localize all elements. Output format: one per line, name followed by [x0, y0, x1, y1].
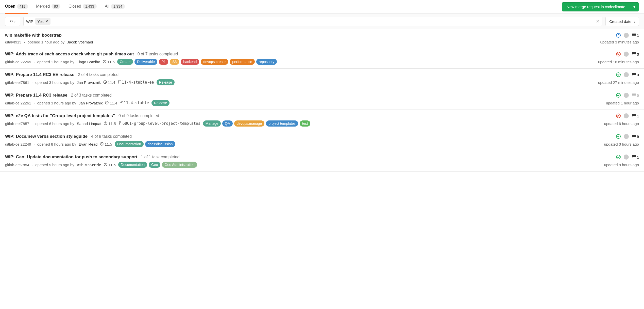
merge-request-meta-right: 3	[616, 72, 639, 77]
tab-all[interactable]: All1,934	[105, 0, 125, 14]
clear-filter-icon[interactable]: ✕	[596, 19, 600, 24]
pipeline-status-failed-icon[interactable]	[616, 114, 621, 118]
merge-request-ref[interactable]: gitlab-ee!7857	[5, 121, 29, 126]
assignee-avatar[interactable]	[624, 72, 629, 77]
updated-text: updated 27 minutes ago	[598, 80, 639, 85]
merge-request-ref[interactable]: gitlab-ce!22265	[5, 60, 31, 64]
pipeline-status-running-icon[interactable]	[616, 33, 621, 38]
label[interactable]: Create	[117, 59, 133, 65]
author-link[interactable]: Jacob Vosmaer	[67, 40, 93, 44]
comments-count[interactable]: 3	[632, 73, 639, 77]
label[interactable]: Deliverable	[134, 59, 157, 65]
pipeline-status-success-icon[interactable]	[616, 155, 621, 159]
label[interactable]: project templates	[266, 120, 298, 127]
opened-text: opened 3 hours ago by	[37, 101, 76, 105]
updated-text: updated 3 hours ago	[604, 142, 639, 146]
label[interactable]: QA	[222, 120, 232, 127]
sort-dropdown[interactable]: Created date	[605, 17, 639, 26]
comments-count[interactable]: 1	[632, 114, 639, 118]
merge-request-title[interactable]: WIP: Adds trace of each access check whe…	[5, 52, 134, 57]
author-link[interactable]: Ash McKenzie	[77, 163, 101, 167]
filter-token-chip[interactable]: Yes ✕	[35, 18, 50, 25]
merge-request-ref[interactable]: gitlab-ce!22261	[5, 101, 31, 105]
pipeline-status-success-icon[interactable]	[616, 93, 621, 98]
merge-request-title[interactable]: WIP: Prepare 11.4 RC3 release	[5, 93, 67, 98]
label[interactable]: devops:manage	[234, 120, 265, 127]
author-link[interactable]: Tiago Botelho	[77, 60, 100, 64]
merge-request-title[interactable]: WIP: Geo: Update documentation for push …	[5, 154, 137, 160]
label[interactable]: P1	[159, 59, 168, 65]
comment-icon	[632, 73, 636, 77]
assignee-avatar[interactable]	[624, 113, 629, 118]
branch-icon	[118, 121, 122, 126]
pipeline-status-success-icon[interactable]	[616, 134, 621, 139]
opened-text: opened 3 hours ago by	[35, 80, 74, 85]
milestone[interactable]: 11.4	[105, 101, 117, 105]
merge-request-meta-right: 1	[616, 113, 639, 118]
labels: Release	[151, 100, 170, 106]
label[interactable]: docs:discussion	[145, 141, 175, 147]
new-merge-request-button[interactable]: New merge request in codeclimate	[562, 3, 630, 11]
label[interactable]: S3	[170, 59, 179, 65]
author-link[interactable]: Sanad Liaquat	[77, 121, 101, 126]
comments-number: 3	[637, 73, 639, 77]
merge-request-ref[interactable]: gitlab-ce!22249	[5, 142, 31, 146]
merge-request-meta: gitlab-ce!22265·opened 1 hour ago byTiag…	[5, 59, 277, 65]
label[interactable]: Geo	[149, 162, 160, 168]
milestone[interactable]: 11.5	[100, 142, 112, 146]
remove-token-icon[interactable]: ✕	[45, 19, 48, 24]
assignee-avatar[interactable]	[624, 52, 629, 57]
merge-request-title[interactable]: WIP: e2e QA tests for "Group-level proje…	[5, 113, 115, 118]
tab-count: 1,934	[111, 4, 125, 9]
merge-request-title[interactable]: WIP: Prepare 11.4 RC3 EE release	[5, 72, 74, 77]
label[interactable]: Documentation	[118, 162, 147, 168]
comments-number: 1	[637, 114, 639, 118]
milestone[interactable]: 11.4	[103, 80, 115, 85]
label[interactable]: Manage	[203, 120, 221, 127]
target-branch[interactable]: 11-4-stable-ee	[118, 80, 154, 85]
merge-request-ref[interactable]: gitaly!913	[5, 40, 21, 44]
label[interactable]: Geo Administration	[162, 162, 197, 168]
milestone[interactable]: 11.5	[104, 121, 116, 126]
pipeline-status-success-icon[interactable]	[616, 72, 621, 77]
milestone[interactable]: 11.5	[104, 163, 116, 167]
tab-open[interactable]: Open418	[5, 0, 28, 14]
comments-count[interactable]: 0	[632, 93, 639, 98]
tab-closed[interactable]: Closed1,433	[69, 0, 97, 14]
label[interactable]: performance	[230, 59, 255, 65]
label[interactable]: Release	[157, 79, 175, 85]
merge-request-ref[interactable]: gitlab-ee!7861	[5, 80, 29, 85]
merge-request-title[interactable]: wip makefile with bootstrap	[5, 33, 62, 38]
comments-count[interactable]: 3	[632, 52, 639, 56]
label[interactable]: Documentation	[115, 141, 144, 147]
assignee-avatar[interactable]	[624, 134, 629, 139]
new-merge-request-dropdown[interactable]: ▾	[630, 3, 639, 11]
clock-icon	[103, 60, 106, 64]
pipeline-status-failed-icon[interactable]	[616, 52, 621, 56]
author-link[interactable]: Jan Provaznik	[77, 80, 101, 85]
label[interactable]: devops:create	[201, 59, 228, 65]
target-branch[interactable]: 11-4-stable	[120, 101, 149, 105]
labels: CreateDeliverableP1S3backenddevops:creat…	[117, 59, 277, 65]
tabs: Open418Merged83Closed1,433All1,934	[5, 0, 562, 14]
search-history-button[interactable]: ↺	[5, 17, 20, 26]
tasks-progress: 1 of 1 task completed	[141, 155, 179, 159]
comments-count[interactable]: 1	[632, 155, 639, 159]
author-link[interactable]: Jan Provaznik	[79, 101, 103, 105]
assignee-avatar[interactable]	[624, 33, 629, 38]
label[interactable]: repository	[256, 59, 277, 65]
merge-request-ref[interactable]: gitlab-ee!7854	[5, 163, 29, 167]
tab-merged[interactable]: Merged83	[36, 0, 60, 14]
label[interactable]: backend	[181, 59, 199, 65]
author-link[interactable]: Evan Read	[79, 142, 97, 146]
target-branch[interactable]: 6861-group-level-project-templates	[118, 121, 200, 126]
comments-count[interactable]: 1	[632, 33, 639, 38]
label[interactable]: test	[300, 120, 311, 127]
label[interactable]: Release	[151, 100, 170, 106]
assignee-avatar[interactable]	[624, 93, 629, 98]
merge-request-title[interactable]: WIP: Docs/new verbs section styleguide	[5, 134, 88, 139]
comments-count[interactable]: 9	[632, 134, 639, 139]
assignee-avatar[interactable]	[624, 154, 629, 160]
milestone[interactable]: 11.5	[103, 60, 115, 64]
filter-input[interactable]: WIP Yes ✕ ✕	[23, 17, 602, 26]
